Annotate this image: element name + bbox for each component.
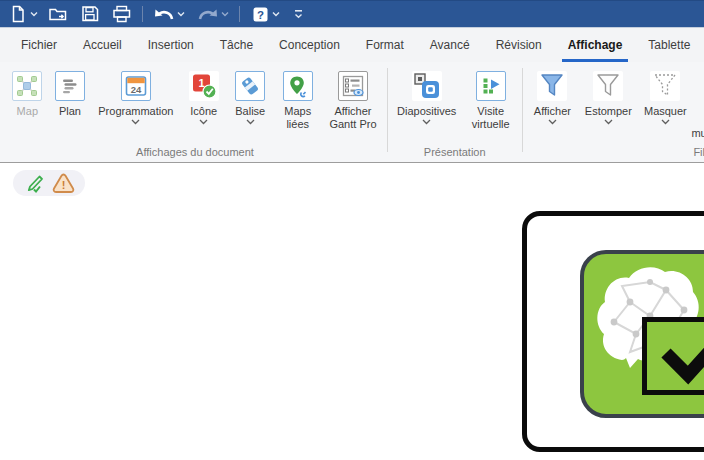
chevron-down-icon[interactable]	[131, 119, 140, 125]
filtre-masquer-button[interactable]: Masquer	[637, 71, 693, 125]
tab-conception[interactable]: Conception	[266, 28, 353, 62]
chevron-down-icon[interactable]	[548, 119, 557, 125]
programmation-label: Programmation	[98, 105, 173, 118]
tab-avance[interactable]: Avancé	[417, 28, 483, 62]
tab-accueil[interactable]: Accueil	[70, 28, 135, 62]
redo-dropdown[interactable]	[221, 11, 229, 17]
warning-icon[interactable]: !	[51, 172, 76, 194]
visite-virtuelle-button[interactable]: Visite virtuelle	[463, 71, 519, 131]
help-button[interactable]: ?	[250, 3, 270, 25]
mindview-logo	[580, 250, 704, 418]
save-icon	[81, 5, 99, 23]
ribbon-group-filtre: Afficher Estomper	[525, 62, 704, 162]
tab-insertion[interactable]: Insertion	[135, 28, 207, 62]
save-button[interactable]	[80, 3, 100, 25]
chevron-down-icon[interactable]	[199, 119, 208, 125]
customize-toolbar-icon	[294, 9, 303, 19]
badge-number: 1	[198, 77, 204, 89]
filtre-afficher-button[interactable]: Afficher	[525, 71, 579, 125]
diapositives-label: Diapositives	[397, 105, 456, 118]
ribbon-group-affichages-du-document: Map Plan 24	[6, 62, 384, 162]
tab-tablette[interactable]: Tablette	[635, 28, 703, 62]
filter-outline-icon	[594, 72, 622, 100]
checkmark-icon	[652, 327, 704, 385]
group-separator	[387, 68, 388, 152]
chevron-down-icon[interactable]	[604, 119, 613, 125]
group-label-filtre: Filtre	[693, 146, 704, 158]
chevron-down-icon	[30, 11, 38, 17]
redo-button[interactable]	[197, 3, 219, 25]
chevron-down-icon	[272, 11, 280, 17]
map-button: Map	[6, 71, 49, 118]
map-label: Map	[17, 105, 38, 118]
calendar-day-number: 24	[131, 84, 142, 95]
tab-tache[interactable]: Tâche	[207, 28, 266, 62]
filter-dotted-icon	[651, 72, 679, 100]
customize-toolbar-button[interactable]	[288, 3, 308, 25]
chevron-down-icon[interactable]	[246, 119, 255, 125]
tab-affichage[interactable]: Affichage	[555, 28, 636, 62]
filtre-estomper-button[interactable]: Estomper	[579, 71, 637, 125]
map-pin-link-icon	[286, 74, 310, 98]
ribbon-group-presentation: Diapositives Visite virtuelle	[391, 62, 519, 162]
document-status-pill: !	[13, 170, 85, 196]
titlebar: ?	[0, 0, 704, 28]
balise-button[interactable]: Balise	[227, 71, 274, 125]
chevron-down-icon[interactable]	[422, 119, 431, 125]
undo-dropdown[interactable]	[177, 11, 185, 17]
mindmap-root-node[interactable]	[522, 211, 704, 452]
ribbon-tab-bar: Fichier Accueil Insertion Tâche Concepti…	[0, 28, 704, 62]
ribbon: Map Plan 24	[0, 62, 704, 163]
pen-check-icon[interactable]	[23, 172, 46, 194]
afficher-gantt-pro-label: Afficher Gantt Pro	[322, 105, 384, 131]
group-label-presentation: Présentation	[391, 146, 519, 158]
group-label-affichages-du-document: Affichages du document	[6, 146, 384, 158]
icone-button[interactable]: 1 Icône	[180, 71, 227, 125]
diapositives-button[interactable]: Diapositives	[391, 71, 463, 125]
tab-revision[interactable]: Révision	[483, 28, 555, 62]
virtual-tour-icon	[479, 74, 503, 98]
icone-label: Icône	[190, 105, 217, 118]
programmation-button[interactable]: 24 Programmation	[91, 71, 180, 125]
new-document-icon	[9, 5, 27, 23]
toolbar-separator	[142, 6, 143, 22]
print-button[interactable]	[112, 3, 132, 25]
undo-icon	[153, 6, 175, 22]
print-icon	[112, 5, 132, 23]
new-document-dropdown[interactable]	[30, 11, 38, 17]
mindmap-icon	[15, 74, 39, 98]
undo-button[interactable]	[153, 3, 175, 25]
balise-label: Balise	[235, 105, 265, 118]
tag-icon	[238, 74, 262, 98]
group-separator	[522, 68, 523, 152]
afficher-gantt-pro-button[interactable]: Afficher Gantt Pro	[322, 71, 384, 131]
number-badge-icon: 1	[190, 72, 218, 100]
help-icon: ?	[252, 6, 269, 23]
cutoff-button-label-fragment: mu	[691, 127, 704, 139]
new-document-button[interactable]	[8, 3, 28, 25]
filter-filled-icon	[538, 72, 566, 100]
toolbar-separator	[239, 6, 240, 22]
plan-button[interactable]: Plan	[49, 71, 92, 118]
checkmark-box	[642, 317, 704, 395]
plan-label: Plan	[59, 105, 81, 118]
filtre-estomper-label: Estomper	[585, 105, 632, 118]
tab-fichier[interactable]: Fichier	[8, 28, 70, 62]
open-folder-icon	[48, 5, 68, 23]
document-canvas[interactable]: !	[0, 163, 704, 459]
filtre-afficher-label: Afficher	[534, 105, 571, 118]
maps-liees-label: Maps liées	[273, 105, 321, 131]
maps-liees-button[interactable]: Maps liées	[273, 71, 321, 131]
help-dropdown[interactable]	[272, 11, 280, 17]
tab-format[interactable]: Format	[353, 28, 417, 62]
warning-exclamation: !	[61, 179, 65, 191]
outline-icon	[59, 75, 81, 97]
calendar-icon: 24	[124, 74, 148, 98]
visite-virtuelle-label: Visite virtuelle	[463, 105, 519, 131]
slides-icon	[412, 71, 442, 101]
chevron-down-icon[interactable]	[661, 119, 670, 125]
redo-icon	[197, 6, 219, 22]
chevron-down-icon	[221, 11, 229, 17]
gantt-eye-icon	[341, 74, 365, 98]
open-button[interactable]	[48, 3, 68, 25]
